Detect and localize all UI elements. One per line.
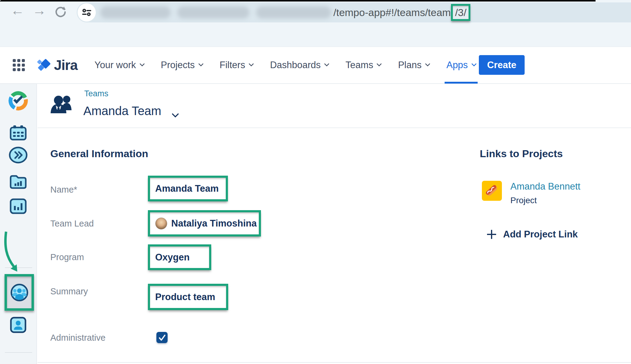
calendar-icon xyxy=(9,125,27,141)
name-value[interactable]: Amanda Team xyxy=(155,183,219,194)
team-lead-value[interactable]: Nataliya Timoshina xyxy=(171,218,257,229)
plus-icon xyxy=(486,229,497,240)
add-project-link-button[interactable]: Add Project Link xyxy=(486,229,578,240)
redacted-url-segment xyxy=(100,6,171,18)
browser-back-button[interactable]: ← xyxy=(9,2,26,19)
team-lead-label: Team Lead xyxy=(50,219,94,229)
create-button[interactable]: Create xyxy=(479,55,525,75)
double-chevron-icon xyxy=(9,147,28,164)
team-lead-avatar xyxy=(155,217,167,230)
nav-item-your-work[interactable]: Your work xyxy=(95,47,144,83)
title-chevron-down-icon[interactable] xyxy=(172,110,179,117)
project-avatar-tile xyxy=(482,181,502,201)
browser-toolbar: ← → /tempo-app#!/teams/team/3/ xyxy=(0,0,631,47)
chevron-down-icon xyxy=(377,61,382,67)
chevron-down-icon xyxy=(249,61,254,67)
tempo-sidebar xyxy=(0,84,37,364)
program-label: Program xyxy=(50,252,84,262)
nav-item-dashboards[interactable]: Dashboards xyxy=(270,47,329,83)
teams-icon xyxy=(10,283,28,302)
administrative-checkbox[interactable] xyxy=(156,332,168,343)
general-information-title: General Information xyxy=(50,148,148,160)
url-bar[interactable]: /tempo-app#!/teams/team/3/ xyxy=(77,2,631,22)
url-path-prefix: /tempo-app#!/teams/team xyxy=(333,7,451,18)
jira-top-navbar: Jira Your work Projects Filters Dashboar… xyxy=(0,47,631,84)
header-divider xyxy=(38,127,631,128)
team-lead-value-annotation: Nataliya Timoshina xyxy=(148,210,261,237)
page-title: Amanda Team xyxy=(83,104,161,118)
administrative-label: Administrative xyxy=(50,333,105,343)
jira-mark-icon xyxy=(36,58,51,72)
program-value-annotation: Oxygen xyxy=(148,244,211,270)
name-label: Name* xyxy=(50,185,77,195)
project-link-amanda-bennett[interactable]: Amanda Bennett xyxy=(510,181,580,192)
team-avatar-icon xyxy=(49,93,75,117)
chevron-down-icon xyxy=(324,61,329,67)
redacted-url-segment xyxy=(256,6,331,18)
section-divider xyxy=(38,362,631,363)
reload-icon xyxy=(54,5,68,18)
hot-dog-icon xyxy=(482,180,502,201)
sidebar-item-expand[interactable] xyxy=(9,147,28,164)
checkmark-icon xyxy=(158,333,167,342)
summary-label: Summary xyxy=(50,286,88,296)
chevron-down-icon xyxy=(198,61,203,67)
breadcrumb-teams-link[interactable]: Teams xyxy=(84,89,109,98)
sidebar-item-portfolio[interactable] xyxy=(9,174,27,190)
sidebar-item-people[interactable] xyxy=(10,317,26,333)
chevron-down-icon xyxy=(139,61,145,67)
sidebar-item-teams[interactable] xyxy=(10,283,28,302)
app-switcher-button[interactable] xyxy=(13,59,25,71)
teams-annotation-box xyxy=(5,274,34,311)
nav-item-filters[interactable]: Filters xyxy=(220,47,253,83)
sidebar-item-tempo-home[interactable] xyxy=(8,91,28,111)
sidebar-item-calendar[interactable] xyxy=(9,125,27,141)
bar-chart-icon xyxy=(9,198,27,214)
browser-reload-button[interactable] xyxy=(52,3,69,20)
sidebar-item-reports[interactable] xyxy=(9,198,27,214)
person-card-icon xyxy=(10,317,26,333)
name-value-annotation: Amanda Team xyxy=(148,176,228,201)
links-to-projects-title: Links to Projects xyxy=(480,148,563,160)
jira-logo[interactable]: Jira xyxy=(36,57,78,73)
url-highlight-annotation: /3/ xyxy=(451,4,470,21)
redacted-url-segment xyxy=(177,6,249,18)
jira-wordmark: Jira xyxy=(54,57,78,73)
chevron-down-icon xyxy=(425,61,430,67)
annotation-arrow xyxy=(2,230,23,275)
program-value[interactable]: Oxygen xyxy=(155,252,190,263)
browser-forward-button[interactable]: → xyxy=(31,2,48,19)
nav-item-plans[interactable]: Plans xyxy=(398,47,429,83)
nav-item-apps[interactable]: Apps xyxy=(446,47,476,83)
window-top-edge xyxy=(0,0,596,2)
project-type-label: Project xyxy=(510,196,537,205)
page: ← → /tempo-app#!/teams/team/3/ xyxy=(0,0,631,364)
nav-item-projects[interactable]: Projects xyxy=(161,47,203,83)
url-path-text: /tempo-app#!/teams/team/3/ xyxy=(333,2,470,22)
folder-chart-icon xyxy=(9,174,27,190)
nav-item-teams[interactable]: Teams xyxy=(346,47,381,83)
nav-menu: Your work Projects Filters Dashboards Te… xyxy=(95,47,476,83)
sidebar-divider xyxy=(5,352,32,353)
summary-value[interactable]: Product team xyxy=(155,292,215,303)
chevron-down-icon xyxy=(471,61,476,67)
tune-icon xyxy=(82,7,92,18)
summary-value-annotation: Product team xyxy=(148,284,228,310)
site-settings-button[interactable] xyxy=(78,3,96,22)
